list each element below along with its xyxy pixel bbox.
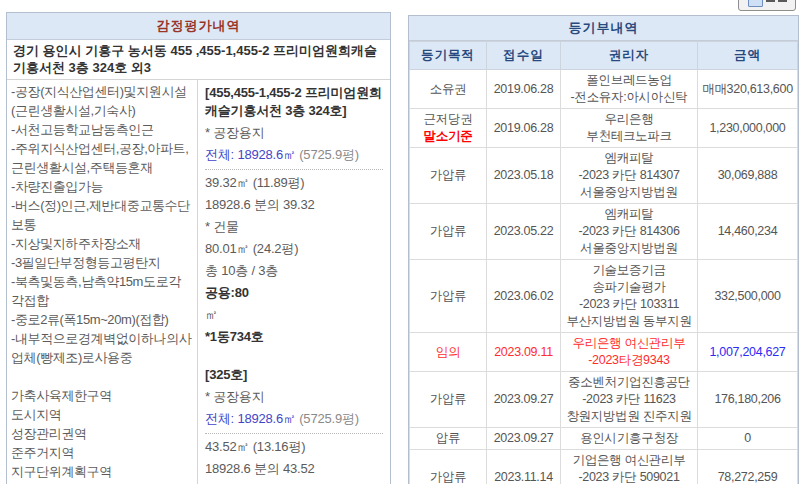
registry-table-header: 등기목적 접수일 권리자 금액 <box>410 42 798 70</box>
detail-line: 18928.6 분의 43.52 <box>205 458 383 480</box>
total-area-pyeong: (5725.9평) <box>296 147 359 162</box>
table-row: 임의2023.09.11우리은행 여신관리부 -2023타경93431,007,… <box>410 333 798 372</box>
cell-holder: 폴인브레드농업 -전소유자:아시아신탁 <box>561 70 698 109</box>
cell-date: 2019.06.28 <box>487 109 561 148</box>
cell-date: 2023.09.27 <box>487 372 561 428</box>
print-button-label-fragment <box>766 0 775 2</box>
cell-date: 2023.09.11 <box>487 333 561 372</box>
print-button[interactable] <box>738 0 796 11</box>
total-area-pyeong: (5725.9평) <box>296 411 359 426</box>
cell-purpose: 임의 <box>410 333 487 372</box>
detail-line: 80.01㎡ (24.2평) <box>205 238 383 260</box>
cell-holder: 기업은행 여신관리부 -2023 카단 509021 수원지방법원 <box>561 450 698 484</box>
cell-purpose: 가압류 <box>410 450 487 484</box>
detail-line: * 건물 <box>205 216 383 238</box>
feature-item: -3필일단부정형등고평탄지 <box>11 253 193 272</box>
table-row: 가압류2023.09.27중소벤처기업진흥공단 -2023 카단 11623 창… <box>410 372 798 428</box>
detail-line: 전체: 18928.6㎡ (5725.9평) <box>205 408 383 434</box>
cell-amount: 78,272,259 <box>698 450 798 484</box>
detail-line: [325호] <box>205 364 383 386</box>
registry-table-body: 소유권2019.06.28폴인브레드농업 -전소유자:아시아신탁매매320,61… <box>410 70 798 484</box>
feature-item: -주위지식산업센터,공장,아파트,근린생활시설,주택등혼재 <box>11 139 193 177</box>
feature-item: -북측및동측,남측약15m도로각각접합 <box>11 272 193 310</box>
column-header-purpose: 등기목적 <box>410 42 487 70</box>
table-row: 가압류2023.05.18엠캐피탈 -2023 카단 814307 서울중앙지방… <box>410 148 798 204</box>
cell-purpose: 가압류 <box>410 204 487 260</box>
cell-amount: 176,180,206 <box>698 372 798 428</box>
cell-holder: 중소벤처기업진흥공단 -2023 카단 11623 창원지방법원 진주지원 <box>561 372 698 428</box>
registry-panel-title: 등기부내역 <box>409 16 798 41</box>
cell-amount: 매매320,613,600 <box>698 70 798 109</box>
detail-line: 총 10층 / 3층 <box>205 260 383 282</box>
cell-purpose: 가압류 <box>410 372 487 428</box>
cell-purpose: 소유권 <box>410 70 487 109</box>
cell-amount: 1,007,204,627 <box>698 333 798 372</box>
table-row: 가압류2023.06.02기술보증기금 송파기술평가 -2023 카단 1033… <box>410 260 798 333</box>
cell-amount: 332,500,000 <box>698 260 798 333</box>
cell-holder: 우리은행 여신관리부 -2023타경9343 <box>561 333 698 372</box>
feature-item: -차량진출입가능 <box>11 177 193 196</box>
printer-icon <box>748 0 763 7</box>
feature-item: -지상및지하주차장소재 <box>11 234 193 253</box>
detail-line: 공용:80 <box>205 282 383 304</box>
zone-items: 가축사육제한구역도시지역성장관리권역준주거지역지구단위계획구역택지개발지구 <box>11 386 193 484</box>
cell-amount: 1,230,000,000 <box>698 109 798 148</box>
cell-holder: 기술보증기금 송파기술평가 -2023 카단 103311 부산지방법원 동부지… <box>561 260 698 333</box>
cell-date: 2019.06.28 <box>487 70 561 109</box>
registry-table: 등기목적 접수일 권리자 금액 소유권2019.06.28폴인브레드농업 -전소… <box>409 41 798 484</box>
table-row: 가압류2023.11.14기업은행 여신관리부 -2023 카단 509021 … <box>410 450 798 484</box>
appraisal-detail-list: [455,455-1,455-2 프리미엄원희캐슬기흥서천 3층 324호]* … <box>198 80 390 484</box>
detail-line: ㎡ <box>205 304 383 326</box>
table-row: 근저당권말소기준2019.06.28우리은행 부천테크노파크1,230,000,… <box>410 109 798 148</box>
cell-date: 2023.05.18 <box>487 148 561 204</box>
feature-item: -버스(정)인근,제반대중교통수단보통 <box>11 196 193 234</box>
cell-amount: 0 <box>698 428 798 450</box>
column-header-amount: 금액 <box>698 42 798 70</box>
total-area-link[interactable]: 전체: 18928.6㎡ <box>205 411 296 426</box>
table-row: 압류2023.09.27용인시기흥구청장0 <box>410 428 798 450</box>
cell-purpose: 가압류 <box>410 148 487 204</box>
table-row: 소유권2019.06.28폴인브레드농업 -전소유자:아시아신탁매매320,61… <box>410 70 798 109</box>
detail-line: [455,455-1,455-2 프리미엄원희캐슬기흥서천 3층 324호] <box>205 82 383 122</box>
appraisal-panel-title: 감정평가내역 <box>7 13 390 40</box>
detail-line: *1동734호 <box>205 326 383 348</box>
cell-date: 2023.09.27 <box>487 428 561 450</box>
cell-date: 2023.06.02 <box>487 260 561 333</box>
detail-line <box>205 348 383 364</box>
cell-holder: 엠캐피탈 -2023 카단 814306 서울중앙지방법원 <box>561 204 698 260</box>
zone-item: 성장관리권역 <box>11 424 193 443</box>
cell-holder: 용인시기흥구청장 <box>561 428 698 450</box>
cell-holder: 우리은행 부천테크노파크 <box>561 109 698 148</box>
property-address: 경기 용인시 기흥구 농서동 455 ,455-1,455-2 프리미엄원희캐슬… <box>7 40 390 80</box>
table-row: 가압류2023.05.22엠캐피탈 -2023 카단 814306 서울중앙지방… <box>410 204 798 260</box>
total-area-link[interactable]: 전체: 18928.6㎡ <box>205 147 296 162</box>
registry-panel: 등기부내역 등기목적 접수일 권리자 금액 소유권2019.06.28폴인브레드… <box>408 15 799 484</box>
cell-date: 2023.05.22 <box>487 204 561 260</box>
detail-line: * 공장용지 <box>205 122 383 144</box>
column-header-holder: 권리자 <box>561 42 698 70</box>
cell-purpose: 가압류 <box>410 260 487 333</box>
cell-date: 2023.11.14 <box>487 450 561 484</box>
appraisal-feature-list: -공장(지식산업센터)및지원시설(근린생활시설,기숙사)-서천고등학교남동측인근… <box>7 80 198 484</box>
detail-line: 39.32㎡ (11.89평) <box>205 172 383 194</box>
detail-line: * 건물 <box>205 480 383 484</box>
zone-item: 준주거지역 <box>11 443 193 462</box>
cell-purpose: 근저당권말소기준 <box>410 109 487 148</box>
column-header-date: 접수일 <box>487 42 561 70</box>
appraisal-panel: 감정평가내역 경기 용인시 기흥구 농서동 455 ,455-1,455-2 프… <box>6 12 391 484</box>
feature-item: -내부적으로경계벽없이하나의사업체(빵제조)로사용중 <box>11 329 193 367</box>
zone-item: 도시지역 <box>11 405 193 424</box>
detail-items: [455,455-1,455-2 프리미엄원희캐슬기흥서천 3층 324호]* … <box>205 82 383 484</box>
feature-items: -공장(지식산업센터)및지원시설(근린생활시설,기숙사)-서천고등학교남동측인근… <box>11 82 193 367</box>
detail-line: 43.52㎡ (13.16평) <box>205 436 383 458</box>
feature-item: -중로2류(폭15m~20m)(접합) <box>11 310 193 329</box>
detail-line: 18928.6 분의 39.32 <box>205 194 383 216</box>
feature-item: -서천고등학교남동측인근 <box>11 120 193 139</box>
cell-purpose: 압류 <box>410 428 487 450</box>
cancellation-base-label: 말소기준 <box>413 128 483 145</box>
cell-holder: 엠캐피탈 -2023 카단 814307 서울중앙지방법원 <box>561 148 698 204</box>
cell-amount: 30,069,888 <box>698 148 798 204</box>
zone-item: 지구단위계획구역 <box>11 462 193 481</box>
zone-item: 가축사육제한구역 <box>11 386 193 405</box>
detail-line: * 공장용지 <box>205 386 383 408</box>
